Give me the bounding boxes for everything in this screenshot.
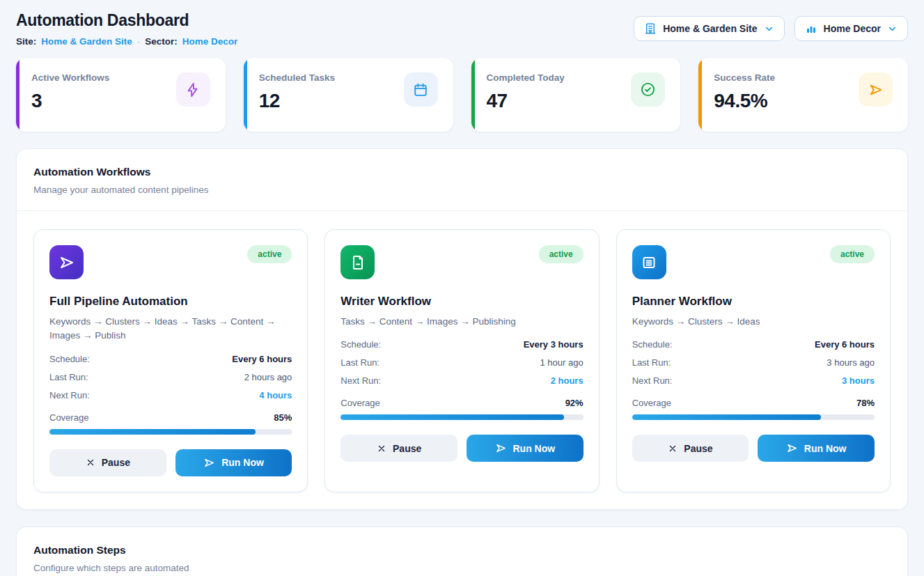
last-run-row: Last Run: 2 hours ago [49, 372, 292, 382]
pause-button[interactable]: Pause [49, 449, 166, 476]
workflow-card-planner: active Planner Workflow Keywords → Clust… [616, 229, 891, 492]
pause-button[interactable]: Pause [340, 435, 457, 462]
site-label: Site: [16, 36, 36, 47]
list-icon [632, 245, 666, 279]
breadcrumb: Site: Home & Garden Site · Sector: Home … [16, 36, 237, 47]
workflows-panel: Automation Workflows Manage your automat… [16, 148, 908, 510]
separator-dot: · [137, 36, 141, 47]
site-link[interactable]: Home & Garden Site [41, 36, 132, 47]
coverage-progress-fill [49, 429, 256, 435]
send-icon [203, 457, 215, 469]
steps-panel-subtitle: Configure which steps are automated [33, 563, 891, 573]
steps-panel-title: Automation Steps [33, 544, 891, 556]
stat-value: 94.5% [714, 90, 775, 112]
stat-label: Active Workflows [31, 72, 109, 83]
page-header: Automation Dashboard Site: Home & Garden… [16, 11, 908, 47]
send-icon [495, 442, 507, 454]
schedule-row: Schedule: Every 6 hours [49, 354, 292, 364]
page-title: Automation Dashboard [16, 11, 237, 30]
schedule-value: Every 6 hours [815, 339, 875, 350]
coverage-progressbar [632, 414, 875, 420]
document-icon [340, 245, 375, 279]
next-run-value: 4 hours [259, 390, 292, 400]
sector-selector-value: Home Decor [824, 23, 881, 34]
status-badge: active [247, 245, 292, 263]
last-run-row: Last Run: 3 hours ago [632, 357, 875, 368]
stat-value: 3 [31, 90, 109, 112]
send-icon [859, 72, 893, 107]
coverage-progressbar [49, 429, 292, 435]
coverage-block: Coverage 85% [49, 412, 292, 435]
coverage-percent: 92% [565, 398, 584, 408]
workflow-card-full-pipeline: active Full Pipeline Automation Keywords… [33, 229, 308, 492]
steps-panel: Automation Steps Configure which steps a… [16, 527, 908, 576]
coverage-percent: 85% [274, 412, 292, 423]
chevron-down-icon [764, 24, 774, 34]
schedule-row: Schedule: Every 3 hours [340, 339, 583, 350]
check-circle-icon [631, 72, 665, 107]
stat-card-active-workflows: Active Workflows 3 [16, 58, 226, 132]
x-icon [668, 444, 678, 453]
run-now-button[interactable]: Run Now [175, 449, 292, 476]
stat-card-scheduled-tasks: Scheduled Tasks 12 [244, 58, 453, 132]
stat-card-success-rate: Success Rate 94.5% [698, 58, 908, 132]
next-run-row: Next Run: 4 hours [49, 390, 292, 400]
building-icon [644, 22, 657, 35]
workflow-pipeline: Tasks → Content → Images → Publishing [340, 315, 583, 329]
last-run-value: 2 hours ago [244, 372, 292, 382]
header-left: Automation Dashboard Site: Home & Garden… [16, 11, 237, 47]
workflow-name: Writer Workflow [340, 295, 583, 309]
workflow-pipeline: Keywords → Clusters → Ideas [632, 315, 875, 329]
site-selector-value: Home & Garden Site [663, 23, 757, 34]
stat-label: Completed Today [487, 72, 565, 83]
sector-link[interactable]: Home Decor [182, 36, 238, 47]
send-icon [786, 442, 798, 454]
sector-label: Sector: [145, 36, 178, 47]
last-run-value: 3 hours ago [827, 357, 875, 368]
accent-bar [471, 58, 475, 132]
coverage-block: Coverage 92% [340, 398, 583, 420]
workflow-grid: active Full Pipeline Automation Keywords… [17, 211, 907, 509]
coverage-progress-fill [340, 414, 563, 420]
next-run-value: 2 hours [551, 375, 584, 386]
send-icon [49, 245, 84, 279]
workflows-panel-title: Automation Workflows [33, 166, 891, 178]
automation-dashboard-page: Automation Dashboard Site: Home & Garden… [0, 0, 924, 576]
run-now-button[interactable]: Run Now [758, 435, 875, 462]
status-badge: active [539, 245, 584, 263]
next-run-row: Next Run: 3 hours [632, 375, 875, 386]
x-icon [86, 458, 95, 467]
stat-value: 12 [259, 90, 335, 112]
steps-panel-header: Automation Steps Configure which steps a… [17, 527, 907, 576]
workflow-pipeline: Keywords → Clusters → Ideas → Tasks → Co… [49, 315, 292, 343]
next-run-value: 3 hours [842, 375, 875, 386]
next-run-row: Next Run: 2 hours [340, 375, 583, 386]
workflow-name: Full Pipeline Automation [49, 295, 292, 309]
accent-bar [16, 58, 19, 132]
workflows-panel-header: Automation Workflows Manage your automat… [17, 149, 907, 211]
coverage-progressbar [340, 414, 583, 420]
last-run-row: Last Run: 1 hour ago [340, 357, 583, 368]
workflows-panel-subtitle: Manage your automated content pipelines [33, 185, 891, 195]
workflow-name: Planner Workflow [632, 295, 875, 309]
last-run-value: 1 hour ago [540, 357, 583, 368]
stat-value: 47 [487, 90, 565, 112]
header-selectors: Home & Garden Site Home Decor [634, 16, 908, 41]
coverage-block: Coverage 78% [632, 398, 875, 420]
accent-bar [244, 58, 247, 132]
pause-button[interactable]: Pause [632, 435, 749, 462]
site-selector-dropdown[interactable]: Home & Garden Site [634, 16, 784, 41]
schedule-value: Every 6 hours [232, 354, 292, 364]
run-now-button[interactable]: Run Now [467, 435, 584, 462]
chevron-down-icon [887, 24, 898, 34]
stats-row: Active Workflows 3 Scheduled Tasks 12 Co… [16, 58, 908, 132]
stat-label: Scheduled Tasks [259, 72, 335, 83]
bolt-icon [176, 72, 210, 107]
status-badge: active [830, 245, 875, 263]
stat-card-completed-today: Completed Today 47 [471, 58, 681, 132]
schedule-value: Every 3 hours [524, 339, 584, 350]
coverage-progress-fill [632, 414, 822, 420]
stat-label: Success Rate [714, 72, 775, 83]
calendar-icon [404, 72, 438, 107]
sector-selector-dropdown[interactable]: Home Decor [794, 16, 908, 41]
